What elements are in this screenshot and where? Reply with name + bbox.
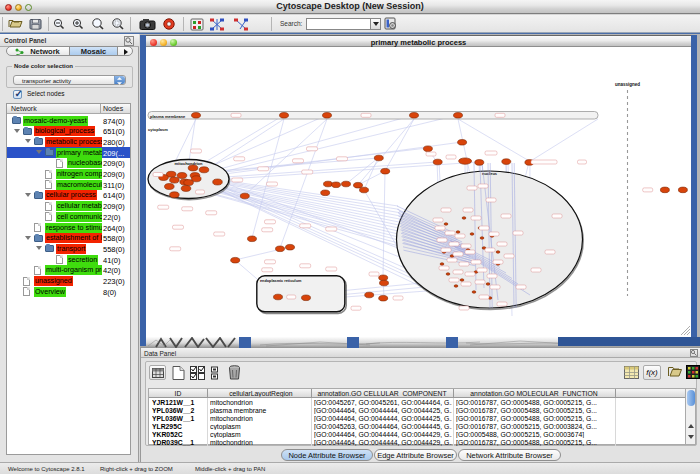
svg-text:unassigned: unassigned: [615, 82, 640, 87]
svg-text:cytoplasm: cytoplasm: [148, 127, 168, 132]
svg-text:nucleus: nucleus: [482, 171, 498, 176]
svg-text:mitochondrion: mitochondrion: [175, 161, 204, 166]
svg-text:plasma membrane: plasma membrane: [150, 114, 186, 119]
svg-text:endoplasmic reticulum: endoplasmic reticulum: [260, 279, 302, 283]
